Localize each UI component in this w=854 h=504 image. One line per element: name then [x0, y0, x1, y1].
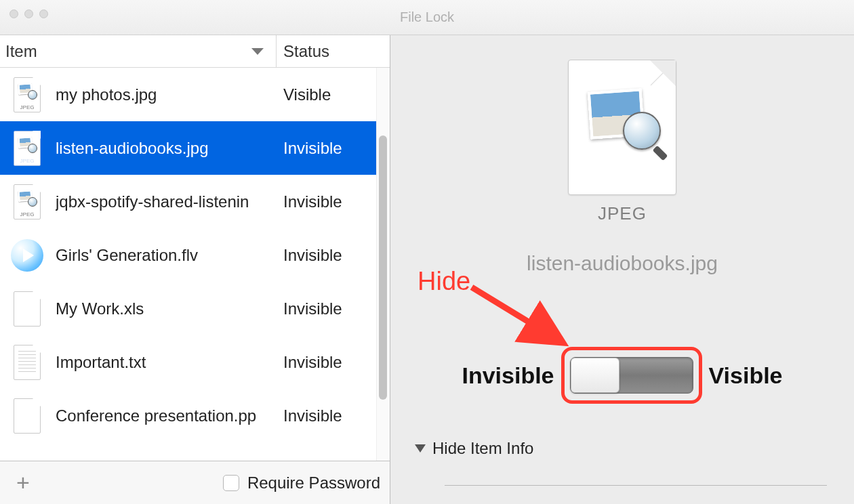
zoom-window-button[interactable] [39, 9, 48, 18]
jpeg-file-icon: JPEG [11, 128, 43, 169]
visibility-toggle[interactable] [570, 357, 693, 394]
file-list: JPEG my photos.jpg Visible JPEG listen-a… [0, 68, 390, 461]
file-name: Conference presentation.pp [56, 406, 272, 425]
scrollbar[interactable] [376, 68, 390, 461]
bottom-toolbar: + Require Password [0, 461, 390, 504]
file-name: Girls' Generation.flv [56, 246, 272, 265]
jpeg-file-icon: JPEG [11, 75, 43, 115]
scrollbar-thumb[interactable] [379, 135, 387, 400]
minimize-window-button[interactable] [24, 9, 33, 18]
file-preview: JPEG [568, 60, 676, 224]
generic-file-icon [11, 396, 43, 436]
add-item-button[interactable]: + [9, 469, 37, 496]
jpeg-file-icon: JPEG [11, 182, 43, 222]
file-row[interactable]: Important.txt Invisible [0, 335, 390, 389]
toggle-knob[interactable] [571, 358, 619, 393]
close-window-button[interactable] [9, 9, 18, 18]
file-row[interactable]: JPEG listen-audiobooks.jpg Invisible [0, 121, 390, 175]
require-password-checkbox[interactable] [223, 475, 239, 491]
column-header-item-label: Item [5, 42, 37, 61]
file-name: my photos.jpg [56, 85, 272, 104]
video-file-icon [11, 235, 43, 276]
window-controls [9, 9, 48, 18]
column-header-status-label: Status [283, 42, 329, 61]
file-name: My Work.xls [56, 299, 272, 318]
annotation-hide-label: Hide [418, 267, 470, 296]
hide-item-info-label: Hide Item Info [432, 439, 533, 458]
file-status: Invisible [272, 406, 342, 425]
file-row[interactable]: Conference presentation.pp Invisible [0, 389, 390, 442]
sort-indicator-icon [251, 48, 264, 55]
column-header-item[interactable]: Item [0, 35, 277, 67]
annotation-highlight-box [561, 347, 702, 404]
file-name: listen-audiobooks.jpg [56, 139, 272, 158]
generic-file-icon [11, 289, 43, 329]
window-title: File Lock [0, 9, 854, 25]
svg-line-0 [472, 287, 558, 340]
file-format-label: JPEG [568, 203, 676, 224]
titlebar: File Lock [0, 0, 854, 35]
file-status: Invisible [272, 192, 342, 211]
file-row[interactable]: My Work.xls Invisible [0, 282, 390, 335]
disclosure-triangle-icon [415, 444, 426, 453]
file-row[interactable]: JPEG my photos.jpg Visible [0, 68, 390, 121]
file-status: Invisible [272, 139, 342, 158]
column-header-status[interactable]: Status [277, 35, 390, 67]
hide-item-info-toggle[interactable]: Hide Item Info [415, 439, 533, 458]
file-row[interactable]: Girls' Generation.flv Invisible [0, 228, 390, 282]
text-file-icon [11, 342, 43, 383]
detail-pane: JPEG listen-audiobooks.jpg Hide Invisibl… [390, 35, 854, 504]
visibility-toggle-row: Invisible Visible [390, 347, 854, 404]
require-password-label: Require Password [247, 474, 380, 492]
file-name: Important.txt [56, 353, 272, 372]
jpeg-preview-icon [568, 60, 676, 195]
file-name: jqbx-spotify-shared-listenin [56, 192, 272, 211]
file-status: Invisible [272, 246, 342, 265]
invisible-label: Invisible [462, 362, 554, 389]
visible-label: Visible [709, 362, 783, 389]
main-area: Item Status JPEG my photos.jpg Visible J… [0, 35, 854, 504]
file-row[interactable]: JPEG jqbx-spotify-shared-listenin Invisi… [0, 175, 390, 228]
detail-divider [445, 485, 827, 486]
file-list-pane: Item Status JPEG my photos.jpg Visible J… [0, 35, 390, 504]
file-status: Invisible [272, 353, 342, 372]
file-status: Visible [272, 85, 331, 104]
file-status: Invisible [272, 299, 342, 318]
table-header: Item Status [0, 35, 390, 68]
